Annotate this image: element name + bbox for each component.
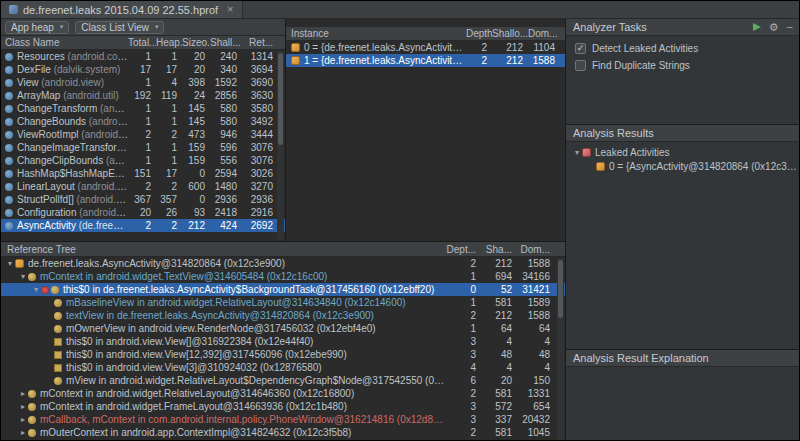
cell-sizeof: 145 (182, 102, 210, 115)
tree-toggle-icon[interactable]: ▾ (5, 257, 15, 270)
cell-shallow-size: 1592 (210, 76, 242, 89)
cell-depth: 1 (445, 270, 481, 283)
reference-tree-row[interactable]: this$0 in android.view.View[]@316922384 … (1, 335, 565, 348)
tree-toggle-icon[interactable]: ▾ (31, 283, 41, 296)
reference-tree-row[interactable]: ▾de.freenet.leaks.AsyncActivity@31482086… (1, 257, 565, 270)
reference-tree-row[interactable]: ▸mOuterContext in android.app.ContextImp… (1, 426, 565, 439)
class-table-header: Class Name Total... Heap... Sizeo... Sha… (1, 36, 285, 50)
cell-depth: 2 (445, 257, 481, 270)
cell-shallow-size: 580 (210, 102, 242, 115)
reference-tree-row[interactable]: ▾mContext in android.widget.TextView@314… (1, 270, 565, 283)
reference-tree-row[interactable]: mBaselineView in android.widget.Relative… (1, 296, 565, 309)
column-dominating[interactable]: Dom... (517, 244, 555, 255)
tree-toggle-icon[interactable]: ▸ (18, 387, 28, 400)
cell-sizeof: 0 (182, 167, 210, 180)
class-table-row[interactable]: ChangeClipBounds (android.transition)111… (1, 154, 285, 167)
analyzer-tasks-title: Analyzer Tasks (573, 21, 647, 33)
gear-icon[interactable]: ⚙ (769, 22, 779, 33)
reference-tree-row[interactable]: mOwnerView in android.view.RenderNode@31… (1, 322, 565, 335)
hprof-editor-tab[interactable]: de.freenet.leaks 2015.04.09 22.55.hprof … (1, 1, 243, 18)
class-table-row[interactable]: Resources (android.content.res)112024013… (1, 50, 285, 63)
reference-tree-row[interactable]: ▾this$0 in de.freenet.leaks.AsyncActivit… (1, 283, 565, 296)
cell-sizeof: 145 (182, 115, 210, 128)
class-name-label: ChangeImageTransform (android.transition… (17, 141, 128, 154)
reference-tree-row[interactable]: ▸mContext in android.widget.FrameLayout@… (1, 400, 565, 413)
class-package-text: (android.widget) (78, 181, 128, 192)
column-shallow-size[interactable]: Shall... (210, 37, 242, 48)
tree-toggle-icon[interactable]: ▾ (18, 270, 28, 283)
column-heap-count[interactable]: Heap... (156, 37, 182, 48)
reference-tree-row[interactable]: ▸mContext in android.widget.RelativeLayo… (1, 387, 565, 400)
reference-tree-body: ▾de.freenet.leaks.AsyncActivity@31482086… (1, 257, 565, 439)
close-icon[interactable]: × (227, 4, 233, 15)
run-icon[interactable] (753, 23, 761, 31)
reference-tree-row[interactable]: mView in android.widget.RelativeLayout$D… (1, 374, 565, 387)
analyzer-tasks-toolbar: ⚙ − (753, 22, 793, 33)
instance-label: 0 = {de.freenet.leaks.AsyncActivity@3148… (304, 41, 466, 54)
reference-tree-row[interactable]: this$0 in android.view.View[12,392]@3174… (1, 348, 565, 361)
cell-shallow: 4 (481, 361, 517, 374)
class-table-row[interactable]: ChangeTransform (android.transition)1114… (1, 102, 285, 115)
class-table-row[interactable]: ChangeImageTransform (android.transition… (1, 141, 285, 154)
cell-retained-size: 3580 (242, 102, 278, 115)
analysis-result-node[interactable]: ▾Leaked Activities (566, 145, 800, 159)
cell-retained-size: 3026 (242, 167, 278, 180)
tree-toggle-icon[interactable]: ▸ (18, 413, 28, 426)
class-list-scrollbar[interactable] (277, 51, 284, 239)
scrollbar-thumb[interactable] (278, 53, 283, 145)
class-table-row[interactable]: ArrayMap (android.util)1921192428563630 (1, 89, 285, 102)
analyzer-task-row: ✓Detect Leaked Activities (566, 40, 800, 57)
class-name-label: Configuration (android.content.res) (17, 206, 128, 219)
hprof-file-icon (9, 5, 18, 14)
view-select[interactable]: Class List View ▾ (75, 21, 164, 34)
reference-label: this$0 in de.freenet.leaks.AsyncActivity… (63, 283, 445, 296)
reference-tree-scrollbar[interactable] (557, 258, 564, 440)
cell-shallow-size: 240 (210, 50, 242, 63)
cell-shallow-size: 556 (210, 154, 242, 167)
class-table-row[interactable]: DexFile (dalvik.system)1717203403694 (1, 63, 285, 76)
class-table-row[interactable]: LinearLayout (android.widget)22600148032… (1, 180, 285, 193)
analysis-result-node[interactable]: 0 = {AsyncActivity@314820864 (0x12c3e900… (566, 159, 800, 173)
reference-tree-row[interactable]: textView in de.freenet.leaks.AsyncActivi… (1, 309, 565, 322)
checkbox-checked[interactable]: ✓ (575, 43, 586, 54)
instance-row[interactable]: 0 = {de.freenet.leaks.AsyncActivity@3148… (286, 41, 565, 54)
column-depth[interactable]: Depth (466, 28, 492, 39)
class-table-row[interactable]: StructPollfd[] (android.system)367357029… (1, 193, 285, 206)
reference-tree-row[interactable]: ▸mCallback, mContext in com.android.inte… (1, 413, 565, 426)
tree-toggle-icon[interactable]: ▸ (18, 426, 28, 439)
cell-shallow: 337 (481, 413, 517, 426)
checkbox-unchecked[interactable] (575, 60, 586, 71)
column-depth[interactable]: Dept... (445, 244, 481, 255)
cell-shallow-size: 2856 (210, 89, 242, 102)
column-class-name[interactable]: Class Name (5, 37, 128, 48)
class-table-row[interactable]: AsyncActivity (de.freenet.leaks)22212424… (1, 219, 285, 232)
column-instance[interactable]: Instance (291, 28, 466, 39)
cell-shallow: 212 (492, 41, 528, 54)
class-name-label: StructPollfd[] (android.system) (17, 193, 128, 206)
column-dominating[interactable]: Dom... (528, 28, 560, 39)
array-icon (54, 338, 62, 346)
class-package-text: (android.transition) (106, 155, 128, 166)
cell-depth: 3 (445, 348, 481, 361)
reference-tree-row[interactable]: this$0 in android.view.View[3]@310924032… (1, 361, 565, 374)
class-table-row[interactable]: View (android.view)1439815923690 (1, 76, 285, 89)
cell-total-count: 2 (128, 128, 156, 141)
column-shallow[interactable]: Shallo... (492, 28, 528, 39)
minimize-icon[interactable]: − (787, 22, 793, 33)
scrollbar-thumb[interactable] (558, 260, 563, 318)
instance-row[interactable]: 1 = {de.freenet.leaks.AsyncActivity@3148… (286, 54, 565, 67)
class-table-row[interactable]: ViewRootImpl (android.view)224739463444 (1, 128, 285, 141)
cell-heap-count: 2 (156, 128, 182, 141)
tree-toggle-icon[interactable]: ▾ (572, 148, 582, 157)
class-table-row[interactable]: HashMap$HashMapEntry[] (java.util)151170… (1, 167, 285, 180)
column-total-count[interactable]: Total... (128, 37, 156, 48)
class-table-row[interactable]: ChangeBounds (android.transition)1114558… (1, 115, 285, 128)
class-table-row[interactable]: Configuration (android.content.res)20269… (1, 206, 285, 219)
column-retained-size[interactable]: Ret... (242, 37, 278, 48)
tree-toggle-icon[interactable]: ▸ (18, 400, 28, 413)
cell-depth: 1 (445, 322, 481, 335)
heap-select[interactable]: App heap ▾ (5, 21, 69, 34)
cell-shallow: 581 (481, 296, 517, 309)
column-sizeof[interactable]: Sizeo... (182, 37, 210, 48)
column-shallow[interactable]: Sha... (481, 244, 517, 255)
